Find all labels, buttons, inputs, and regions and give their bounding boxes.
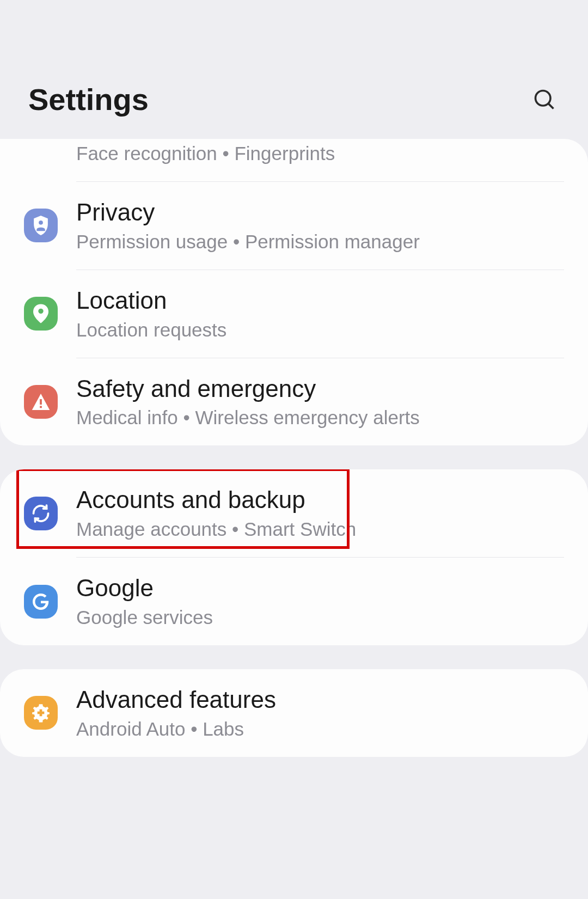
gear-plus-icon — [24, 696, 58, 730]
settings-item-location[interactable]: Location Location requests — [0, 270, 588, 358]
item-text: Google Google services — [76, 574, 564, 629]
location-pin-icon — [24, 297, 58, 331]
item-subtitle: Manage accounts • Smart Switch — [76, 518, 564, 541]
item-title: Privacy — [76, 198, 564, 227]
sync-icon — [24, 497, 58, 530]
google-g-icon — [24, 585, 58, 619]
settings-header: Settings — [0, 0, 588, 139]
settings-group: Face recognition • Fingerprints Privacy … — [0, 139, 588, 445]
page-title: Settings — [28, 82, 149, 117]
item-subtitle: Medical info • Wireless emergency alerts — [76, 406, 564, 429]
item-title: Safety and emergency — [76, 375, 564, 403]
item-title: Google — [76, 574, 564, 603]
settings-group: Accounts and backup Manage accounts • Sm… — [0, 469, 588, 645]
settings-item-safety[interactable]: Safety and emergency Medical info • Wire… — [0, 358, 588, 446]
settings-group: Advanced features Android Auto • Labs — [0, 669, 588, 757]
item-text: Advanced features Android Auto • Labs — [76, 686, 564, 741]
item-text: Safety and emergency Medical info • Wire… — [76, 375, 564, 430]
item-title: Location — [76, 286, 564, 315]
item-text: Face recognition • Fingerprints — [76, 139, 564, 165]
svg-rect-5 — [40, 406, 42, 408]
item-text: Accounts and backup Manage accounts • Sm… — [76, 486, 564, 541]
svg-point-2 — [39, 221, 43, 225]
settings-item-accounts[interactable]: Accounts and backup Manage accounts • Sm… — [0, 469, 588, 557]
svg-line-1 — [548, 103, 553, 108]
settings-item-biometrics[interactable]: Face recognition • Fingerprints — [0, 139, 588, 181]
svg-point-0 — [536, 90, 551, 106]
item-subtitle: Google services — [76, 606, 564, 629]
search-icon — [532, 88, 556, 112]
item-text: Location Location requests — [76, 286, 564, 341]
item-subtitle: Location requests — [76, 319, 564, 341]
svg-rect-4 — [40, 399, 42, 405]
item-title: Accounts and backup — [76, 486, 564, 515]
shield-person-icon — [24, 209, 58, 242]
warning-icon — [24, 385, 58, 419]
item-subtitle: Permission usage • Permission manager — [76, 230, 564, 253]
settings-item-advanced[interactable]: Advanced features Android Auto • Labs — [0, 669, 588, 757]
search-button[interactable] — [529, 84, 560, 115]
svg-point-3 — [38, 309, 43, 314]
item-title: Advanced features — [76, 686, 564, 714]
item-text: Privacy Permission usage • Permission ma… — [76, 198, 564, 253]
settings-item-privacy[interactable]: Privacy Permission usage • Permission ma… — [0, 182, 588, 270]
item-subtitle: Android Auto • Labs — [76, 718, 564, 741]
item-subtitle: Face recognition • Fingerprints — [76, 142, 564, 165]
svg-rect-7 — [38, 712, 45, 714]
settings-item-google[interactable]: Google Google services — [0, 558, 588, 645]
